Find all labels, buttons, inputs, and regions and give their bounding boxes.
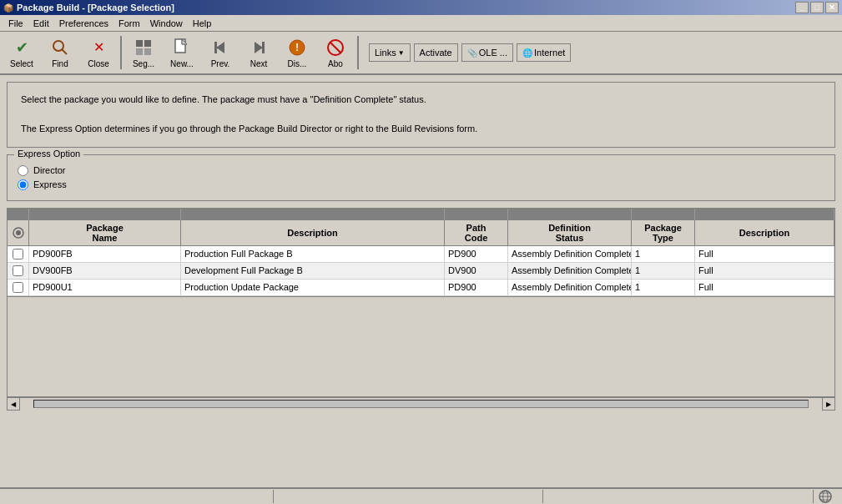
menu-bar: File Edit Preferences Form Window Help: [0, 15, 842, 32]
col-header-package-type[interactable]: PackageType: [632, 220, 695, 245]
package-table: PackageName Description PathCode Definit…: [7, 208, 835, 397]
toolbar-right: Links ▼ Activate 📎 OLE ... 🌐 Internet: [369, 43, 571, 62]
svg-point-0: [53, 41, 63, 51]
row2-check[interactable]: [8, 263, 29, 279]
svg-rect-5: [144, 48, 151, 55]
abo-label: Abo: [328, 59, 343, 68]
row1-definition-status: Assembly Definition Complete: [508, 246, 632, 262]
info-box: Select the package you would like to def…: [7, 82, 835, 148]
activate-button[interactable]: Activate: [414, 43, 458, 62]
info-line2: The Express Option determines if you go …: [21, 122, 821, 137]
svg-rect-9: [214, 42, 217, 53]
separator-2: [357, 36, 359, 69]
internet-icon: 🌐: [522, 48, 532, 58]
col-header-description[interactable]: Description: [181, 220, 445, 245]
title-text: Package Build - [Package Selection]: [17, 3, 174, 13]
minimize-button[interactable]: _: [795, 2, 809, 13]
col-header-type-description[interactable]: Description: [695, 220, 834, 245]
row1-checkbox[interactable]: [13, 249, 23, 260]
col-band-typedesc: [695, 209, 834, 220]
row2-package-type: 1: [632, 263, 695, 279]
links-button[interactable]: Links ▼: [369, 43, 411, 62]
menu-window[interactable]: Window: [145, 17, 188, 30]
col-band-type: [632, 209, 695, 220]
next-icon: [249, 38, 269, 58]
row3-package-name: PD900U1: [29, 280, 181, 295]
row2-path-code: DV900: [445, 263, 508, 279]
prev-label: Prev.: [211, 59, 230, 68]
ole-button[interactable]: 📎 OLE ...: [461, 43, 513, 62]
row3-check[interactable]: [8, 280, 29, 295]
close-icon: ✕: [88, 38, 108, 58]
hscroll-left-button[interactable]: ◀: [7, 397, 20, 411]
info-line1: Select the package you would like to def…: [21, 93, 821, 108]
separator-1: [120, 36, 122, 69]
internet-button[interactable]: 🌐 Internet: [517, 43, 571, 62]
col-header-path-code[interactable]: PathCode: [445, 220, 508, 245]
close-label: Close: [88, 59, 109, 68]
svg-rect-4: [136, 48, 143, 55]
table-row[interactable]: PD900FB Production Full Package B PD900 …: [8, 246, 834, 263]
table-row[interactable]: PD900U1 Production Update Package PD900 …: [8, 280, 834, 296]
director-label[interactable]: Director: [33, 165, 66, 175]
prev-icon: [210, 38, 230, 58]
col-header-package-name[interactable]: PackageName: [29, 220, 181, 245]
col-header-package-type-text: PackageType: [644, 223, 682, 243]
table-row[interactable]: DV900FB Development Full Package B DV900…: [8, 263, 834, 280]
dis-button[interactable]: ! Dis...: [279, 33, 315, 72]
seg-label: Seg...: [133, 59, 154, 68]
select-icon: ✔: [12, 38, 32, 58]
horizontal-scrollbar[interactable]: ◀ ▶: [7, 397, 835, 411]
svg-line-1: [63, 49, 68, 54]
col-header-check: [8, 220, 29, 245]
menu-file[interactable]: File: [3, 17, 28, 30]
prev-button[interactable]: Prev.: [202, 33, 239, 72]
express-radio[interactable]: [18, 179, 28, 190]
globe-icon: [817, 490, 834, 503]
new-button[interactable]: New...: [164, 33, 200, 72]
row2-checkbox[interactable]: [13, 265, 23, 276]
status-segment-3: [543, 490, 814, 503]
table-header-band: [8, 209, 834, 220]
svg-text:!: !: [295, 42, 299, 53]
close-window-button[interactable]: ✕: [825, 2, 839, 13]
activate-label: Activate: [420, 48, 452, 58]
hscroll-right-button[interactable]: ▶: [822, 397, 835, 411]
col-band-path: [445, 209, 508, 220]
col-header-package-name-text: PackageName: [86, 223, 124, 243]
menu-preferences[interactable]: Preferences: [54, 17, 113, 30]
find-button[interactable]: Find: [42, 33, 78, 72]
row1-check[interactable]: [8, 246, 29, 262]
window-controls: _ □ ✕: [795, 2, 839, 13]
row2-description: Development Full Package B: [181, 263, 445, 279]
col-header-definition-status[interactable]: DefinitionStatus: [508, 220, 632, 245]
close-button[interactable]: ✕ Close: [80, 33, 117, 72]
next-label: Next: [250, 59, 268, 68]
express-label[interactable]: Express: [33, 179, 67, 189]
menu-form[interactable]: Form: [113, 17, 145, 30]
menu-help[interactable]: Help: [188, 17, 217, 30]
row1-package-name: PD900FB: [29, 246, 181, 262]
menu-edit[interactable]: Edit: [28, 17, 54, 30]
select-label: Select: [10, 59, 33, 68]
col-header-description-text: Description: [287, 228, 338, 238]
row3-definition-status: Assembly Definition Complete: [508, 280, 632, 295]
svg-point-17: [16, 230, 21, 235]
status-segment-2: [274, 490, 544, 503]
col-band-check: [8, 209, 29, 220]
director-radio[interactable]: [18, 165, 28, 176]
row3-checkbox[interactable]: [13, 282, 23, 293]
express-option-row: Express: [18, 179, 824, 190]
links-dropdown-arrow: ▼: [398, 49, 405, 57]
seg-button[interactable]: Seg...: [125, 33, 162, 72]
hscroll-track[interactable]: [33, 400, 809, 408]
col-band-name: [29, 209, 181, 220]
status-segment-4: [814, 490, 839, 503]
restore-button[interactable]: □: [810, 2, 824, 13]
status-segment-1: [3, 490, 274, 503]
select-button[interactable]: ✔ Select: [3, 33, 40, 72]
new-icon: [172, 38, 192, 58]
svg-marker-8: [216, 42, 224, 53]
next-button[interactable]: Next: [240, 33, 277, 72]
abo-button[interactable]: Abo: [317, 33, 354, 72]
